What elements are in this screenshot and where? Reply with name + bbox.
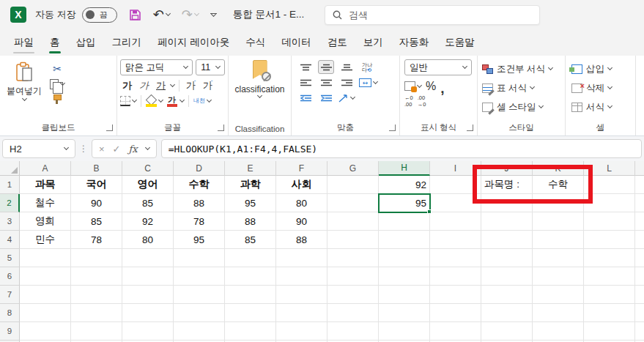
cell-A7[interactable] — [20, 286, 71, 304]
undo-button[interactable]: ↶ — [153, 8, 170, 21]
copy-button[interactable] — [50, 79, 64, 89]
borders-button[interactable] — [120, 96, 136, 106]
cell-I6[interactable] — [430, 267, 481, 286]
cell-G5[interactable] — [327, 249, 379, 267]
increase-decimal-button[interactable]: ←0 .00 — [404, 95, 413, 108]
cell-J3[interactable] — [481, 212, 533, 231]
cell-G6[interactable] — [327, 267, 379, 286]
cell-D6[interactable] — [174, 267, 225, 286]
enter-icon[interactable]: ✓ — [113, 144, 121, 155]
underline-button[interactable]: 가 — [154, 78, 168, 92]
bottom-align-button[interactable] — [338, 60, 355, 74]
cell-B4[interactable]: 78 — [71, 231, 122, 249]
insert-function-button[interactable]: ƒx — [129, 144, 138, 155]
tab-review[interactable]: 검토 — [319, 29, 355, 56]
clipboard-dialog-launcher-icon[interactable] — [106, 124, 113, 131]
cell-K2[interactable] — [533, 194, 584, 212]
column-header-L[interactable]: L — [584, 161, 635, 176]
cell-I4[interactable] — [430, 231, 481, 249]
cell-F4[interactable]: 88 — [276, 231, 327, 249]
row-header-4[interactable]: 4 — [0, 231, 20, 249]
accounting-dropdown-icon[interactable] — [417, 82, 422, 87]
fill-handle[interactable] — [427, 209, 432, 214]
cell-C2[interactable]: 85 — [122, 194, 174, 212]
cell-E4[interactable]: 85 — [225, 231, 276, 249]
merge-dropdown-icon[interactable] — [373, 78, 378, 83]
cell-K6[interactable] — [533, 267, 584, 286]
column-header-B[interactable]: B — [71, 161, 122, 176]
conditional-formatting-button[interactable]: 조건부 서식 — [482, 59, 562, 78]
tab-insert[interactable]: 삽입 — [68, 29, 104, 56]
number-dialog-launcher-icon[interactable] — [467, 124, 473, 131]
cell-H9[interactable] — [379, 322, 430, 341]
cell-E7[interactable] — [225, 286, 276, 304]
cell-C5[interactable] — [122, 249, 174, 267]
cell-L7[interactable] — [584, 286, 635, 304]
cell-F1[interactable]: 사회 — [276, 176, 327, 194]
cell-G2[interactable] — [327, 194, 379, 212]
cell-A3[interactable]: 영희 — [20, 212, 71, 231]
cell-E2[interactable]: 95 — [225, 194, 276, 212]
cell-L6[interactable] — [584, 267, 635, 286]
cell-F9[interactable] — [276, 322, 327, 341]
cell-J5[interactable] — [481, 249, 533, 267]
increase-indent-button[interactable] — [318, 91, 334, 105]
cell-J7[interactable] — [481, 286, 533, 304]
align-center-button[interactable] — [318, 75, 334, 89]
alignment-dialog-launcher-icon[interactable] — [389, 124, 396, 131]
row-header-2[interactable]: 2 — [0, 194, 20, 212]
cell-C1[interactable]: 영어 — [122, 176, 174, 194]
font-dialog-launcher-icon[interactable] — [218, 124, 224, 131]
cell-J2[interactable] — [481, 194, 533, 212]
tab-home[interactable]: 홈 — [42, 29, 68, 56]
cell-D2[interactable]: 88 — [174, 194, 225, 212]
column-header-K[interactable]: K — [533, 161, 584, 176]
cell-C7[interactable] — [122, 286, 174, 304]
cell-B3[interactable]: 85 — [71, 212, 122, 231]
cell-F2[interactable]: 80 — [276, 194, 327, 212]
row-header-8[interactable]: 8 — [0, 304, 20, 322]
comma-style-button[interactable]: , — [440, 80, 444, 92]
cell-F6[interactable] — [276, 267, 327, 286]
font-color-button[interactable]: 가 — [166, 95, 184, 107]
cell-C3[interactable]: 92 — [122, 212, 174, 231]
column-header-J[interactable]: J — [481, 161, 533, 176]
cell-B2[interactable]: 90 — [71, 194, 122, 212]
cell-E9[interactable] — [225, 322, 276, 341]
top-align-button[interactable] — [297, 60, 314, 74]
cell-B8[interactable] — [71, 304, 122, 322]
tab-draw[interactable]: 그리기 — [104, 29, 150, 56]
select-all-corner[interactable] — [0, 161, 20, 176]
rotate-text-button[interactable] — [338, 94, 355, 103]
cell-K5[interactable] — [533, 249, 584, 267]
delete-cells-button[interactable]: 삭제 — [571, 78, 632, 97]
cell-H4[interactable] — [379, 231, 430, 249]
name-box[interactable]: H2 — [2, 139, 75, 158]
cell-I8[interactable] — [430, 304, 481, 322]
cell-H6[interactable] — [379, 267, 430, 286]
middle-align-button[interactable] — [318, 60, 334, 74]
align-right-button[interactable] — [338, 75, 355, 89]
row-header-7[interactable]: 7 — [0, 286, 20, 304]
cell-B5[interactable] — [71, 249, 122, 267]
paste-dropdown-icon[interactable] — [21, 96, 26, 101]
cell-K3[interactable] — [533, 212, 584, 231]
cell-F5[interactable] — [276, 249, 327, 267]
cell-I2[interactable] — [430, 194, 481, 212]
column-header-C[interactable]: C — [122, 161, 174, 176]
font-size-select[interactable]: 11 — [196, 59, 225, 75]
cell-A9[interactable] — [20, 322, 71, 341]
cell-D7[interactable] — [174, 286, 225, 304]
cell-A6[interactable] — [20, 267, 71, 286]
cell-J4[interactable] — [481, 231, 533, 249]
cell-I7[interactable] — [430, 286, 481, 304]
cell-K7[interactable] — [533, 286, 584, 304]
cell-L3[interactable] — [584, 212, 635, 231]
cell-L9[interactable] — [584, 322, 635, 341]
number-format-select[interactable]: 일반 — [404, 59, 472, 75]
cell-K9[interactable] — [533, 322, 584, 341]
fill-color-button[interactable] — [146, 96, 163, 107]
cell-A8[interactable] — [20, 304, 71, 322]
tab-automate[interactable]: 자동화 — [391, 29, 437, 56]
cell-H3[interactable] — [379, 212, 430, 231]
